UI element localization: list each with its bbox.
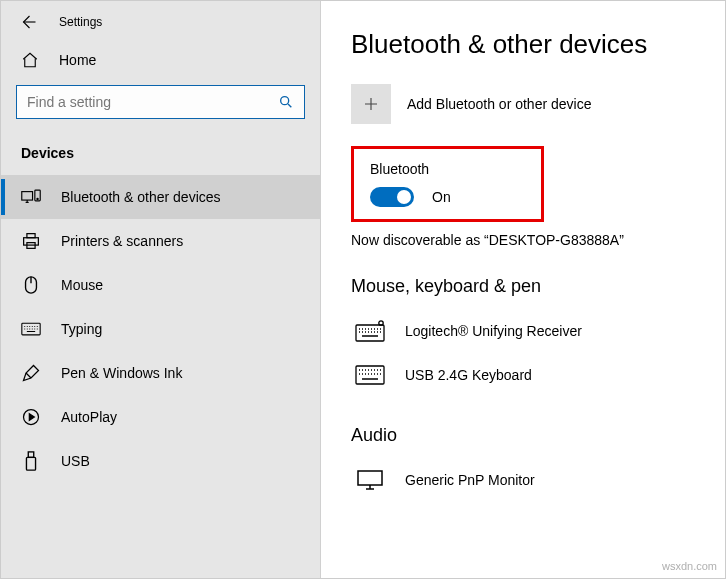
- discoverable-text: Now discoverable as “DESKTOP-G83888A”: [351, 232, 695, 248]
- device-label: Logitech® Unifying Receiver: [405, 323, 582, 339]
- autoplay-icon: [21, 407, 41, 427]
- sidebar-home[interactable]: Home: [1, 41, 320, 79]
- bluetooth-highlight-box: Bluetooth On: [351, 146, 544, 222]
- search-icon[interactable]: [278, 94, 294, 110]
- device-label: USB 2.4G Keyboard: [405, 367, 532, 383]
- plus-icon: [351, 84, 391, 124]
- topbar: Settings: [1, 9, 320, 41]
- keyboard-icon: [21, 319, 41, 339]
- home-label: Home: [59, 52, 96, 68]
- mouse-icon: [21, 275, 41, 295]
- svg-rect-12: [356, 325, 384, 341]
- sidebar-item-mouse[interactable]: Mouse: [1, 263, 320, 307]
- nav-label: Printers & scanners: [61, 233, 183, 249]
- svg-rect-11: [26, 457, 35, 470]
- search-box[interactable]: [16, 85, 305, 119]
- nav-label: Pen & Windows Ink: [61, 365, 182, 381]
- device-label: Generic PnP Monitor: [405, 472, 535, 488]
- add-device-button[interactable]: Add Bluetooth or other device: [351, 84, 695, 124]
- main-content: Bluetooth & other devices Add Bluetooth …: [321, 1, 725, 578]
- nav-label: Mouse: [61, 277, 103, 293]
- sidebar: Settings Home Devices Bluetooth & other …: [1, 1, 321, 578]
- sidebar-item-usb[interactable]: USB: [1, 439, 320, 483]
- sidebar-item-autoplay[interactable]: AutoPlay: [1, 395, 320, 439]
- nav-label: USB: [61, 453, 90, 469]
- sidebar-item-printers[interactable]: Printers & scanners: [1, 219, 320, 263]
- sidebar-section-header: Devices: [1, 137, 320, 175]
- sidebar-item-typing[interactable]: Typing: [1, 307, 320, 351]
- svg-rect-4: [24, 238, 39, 245]
- sidebar-item-bluetooth[interactable]: Bluetooth & other devices: [1, 175, 320, 219]
- svg-rect-5: [27, 234, 35, 238]
- nav-label: AutoPlay: [61, 409, 117, 425]
- search-input[interactable]: [27, 94, 278, 110]
- app-title: Settings: [59, 15, 102, 29]
- keyboard-device-icon: [351, 317, 389, 345]
- add-device-label: Add Bluetooth or other device: [407, 96, 591, 112]
- nav-label: Typing: [61, 321, 102, 337]
- bluetooth-toggle[interactable]: [370, 187, 414, 207]
- svg-rect-14: [356, 366, 384, 384]
- monitor-icon: [351, 466, 389, 494]
- section-mouse-title: Mouse, keyboard & pen: [351, 276, 695, 297]
- svg-rect-1: [22, 192, 33, 200]
- pen-icon: [21, 363, 41, 383]
- watermark: wsxdn.com: [662, 560, 717, 572]
- svg-rect-10: [28, 452, 33, 457]
- nav-label: Bluetooth & other devices: [61, 189, 221, 205]
- back-icon[interactable]: [19, 13, 37, 31]
- sidebar-item-pen[interactable]: Pen & Windows Ink: [1, 351, 320, 395]
- device-item[interactable]: Generic PnP Monitor: [351, 458, 695, 502]
- keyboard-device-icon: [351, 361, 389, 389]
- usb-icon: [21, 451, 41, 471]
- svg-rect-15: [358, 471, 382, 485]
- bluetooth-label: Bluetooth: [370, 161, 525, 177]
- devices-icon: [21, 187, 41, 207]
- printer-icon: [21, 231, 41, 251]
- bluetooth-toggle-row: On: [370, 187, 525, 207]
- section-audio-title: Audio: [351, 425, 695, 446]
- svg-point-3: [37, 198, 38, 199]
- page-title: Bluetooth & other devices: [351, 29, 695, 60]
- bluetooth-state: On: [432, 189, 451, 205]
- home-icon: [21, 51, 39, 69]
- device-item[interactable]: Logitech® Unifying Receiver: [351, 309, 695, 353]
- device-item[interactable]: USB 2.4G Keyboard: [351, 353, 695, 397]
- svg-point-0: [281, 97, 289, 105]
